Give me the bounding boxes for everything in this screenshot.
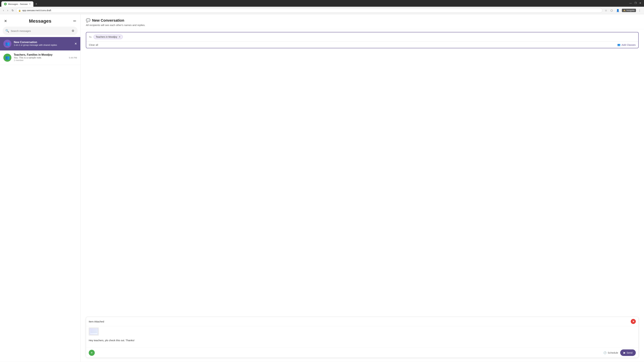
compose-footer: + 🕐 Schedule ▶ Send <box>86 348 638 358</box>
incognito-icon: 🕵 <box>623 9 626 11</box>
recipient-name: Teachers in Moodjoy <box>96 35 117 38</box>
teachers-info: Teachers, Families in Moodjoy You: This … <box>14 53 77 62</box>
tab-favicon: S <box>4 3 7 5</box>
thumbnail-image <box>90 328 98 335</box>
browser-toolbar: ‹ › ↻ 🔒 ☆ ⬡ 👤 🕵 Incognito ⋮ <box>0 7 644 14</box>
back-button[interactable]: ‹ <box>2 8 5 12</box>
incognito-label: Incognito <box>626 9 634 11</box>
teachers-avatar: 👥 <box>3 54 12 62</box>
attach-button[interactable]: + <box>89 350 95 356</box>
url-input[interactable] <box>22 9 600 12</box>
sidebar-close-button[interactable]: ✕ <box>3 18 8 24</box>
reload-button[interactable]: ↻ <box>10 8 15 13</box>
main-header-subtitle: All recipients will see each other's nam… <box>86 24 639 26</box>
send-label: Send <box>626 351 632 354</box>
recipients-box: To Teachers in Moodjoy ✕ Clear all 👥 Add… <box>86 32 639 48</box>
send-button[interactable]: ▶ Send <box>620 350 636 356</box>
chip-remove-button[interactable]: ✕ <box>118 35 121 38</box>
app-container: ✕ Messages ✏ 🔍 ⚙ 👥 New Conversation 1-on… <box>0 14 644 362</box>
incognito-badge: 🕵 Incognito <box>622 9 636 12</box>
active-tab[interactable]: S Messages - Seesaw ✕ <box>1 1 33 7</box>
browser-chrome: S Messages - Seesaw ✕ + — ❐ ✕ ‹ › ↻ 🔒 ☆ … <box>0 0 644 14</box>
maximize-button[interactable]: ❐ <box>634 1 637 5</box>
teachers-time: 5:44 PM <box>69 56 77 59</box>
page-title: New Conversation <box>92 18 124 23</box>
lock-icon: 🔒 <box>18 9 21 12</box>
item-attached-label: Item Attached <box>89 320 104 323</box>
new-conv-close-button[interactable]: ✕ <box>74 42 77 45</box>
footer-right: 🕐 Schedule ▶ Send <box>604 350 636 356</box>
menu-button[interactable]: ⋮ <box>637 8 642 13</box>
item-remove-button[interactable]: ✕ <box>631 319 636 324</box>
toolbar-right: ☆ ⬡ 👤 🕵 Incognito ⋮ <box>604 8 642 13</box>
new-conv-subtitle: 1-on-1 or group message with shared repl… <box>14 44 72 46</box>
sidebar-title: Messages <box>10 18 70 24</box>
chat-bubble-icon: 💬 <box>86 18 90 23</box>
recipient-chip: Teachers in Moodjoy ✕ <box>94 35 123 39</box>
send-icon: ▶ <box>624 351 626 354</box>
search-bar[interactable]: 🔍 ⚙ <box>3 27 78 35</box>
window-controls: — ❐ ✕ <box>629 0 644 5</box>
teachers-name: Teachers, Families in Moodjoy <box>14 53 77 56</box>
tab-bar: S Messages - Seesaw ✕ + <box>0 0 629 7</box>
clear-all-button[interactable]: Clear all <box>89 43 98 46</box>
compose-area: Item Attached ✕ Hey teachers, pls check … <box>80 314 644 362</box>
filter-button[interactable]: ⚙ <box>71 28 75 33</box>
teachers-meta: You: This is a sample note. 5:44 PM <box>14 56 77 59</box>
new-conv-avatar: 👥 <box>3 40 12 48</box>
new-conv-info: New Conversation 1-on-1 or group message… <box>14 41 72 47</box>
new-tab-button[interactable]: + <box>34 2 38 6</box>
new-conv-avatar-icon: 👥 <box>5 41 10 46</box>
to-label: To <box>89 35 92 38</box>
main-header: 💬 New Conversation All recipients will s… <box>80 14 644 29</box>
message-input[interactable]: Hey teachers, pls check this out. Thanks… <box>86 337 638 347</box>
schedule-icon: 🕐 <box>604 351 606 354</box>
add-classes-button[interactable]: 👥 Add Classes <box>617 43 636 46</box>
sidebar-header: ✕ Messages ✏ <box>0 14 80 27</box>
tab-title: Messages - Seesaw <box>8 3 28 5</box>
item-attached-header: Item Attached ✕ <box>86 317 638 326</box>
minimize-button[interactable]: — <box>629 1 632 5</box>
teachers-preview: You: This is a sample note. <box>14 56 68 59</box>
profile-icon[interactable]: 👤 <box>615 8 620 13</box>
teachers-member-count: 1 member <box>14 59 77 61</box>
add-classes-label: Add Classes <box>622 43 636 46</box>
main-header-title: 💬 New Conversation <box>86 18 639 23</box>
add-classes-icon: 👥 <box>617 43 620 46</box>
compose-button[interactable]: ✏ <box>72 18 77 24</box>
item-preview <box>86 326 638 337</box>
new-conversation-item[interactable]: 👥 New Conversation 1-on-1 or group messa… <box>0 37 80 51</box>
teachers-families-item[interactable]: 👥 Teachers, Families in Moodjoy You: Thi… <box>0 51 80 65</box>
sidebar: ✕ Messages ✏ 🔍 ⚙ 👥 New Conversation 1-on… <box>0 14 80 362</box>
item-thumbnail <box>89 328 99 336</box>
compose-box: Item Attached ✕ Hey teachers, pls check … <box>86 317 639 358</box>
recipients-to-row: To Teachers in Moodjoy ✕ <box>86 32 638 41</box>
recipients-actions: Clear all 👥 Add Classes <box>86 41 638 48</box>
teachers-avatar-icon: 👥 <box>5 55 10 60</box>
address-bar[interactable]: 🔒 <box>16 8 602 13</box>
forward-button[interactable]: › <box>6 8 9 12</box>
search-input[interactable] <box>11 29 69 32</box>
thumb-line-1 <box>90 330 97 330</box>
schedule-label: Schedule <box>608 351 618 354</box>
bookmark-icon[interactable]: ☆ <box>604 8 608 13</box>
new-conv-name: New Conversation <box>14 41 72 44</box>
schedule-button[interactable]: 🕐 Schedule <box>604 351 618 354</box>
search-icon: 🔍 <box>5 29 9 33</box>
close-button[interactable]: ✕ <box>639 1 642 5</box>
main-content: 💬 New Conversation All recipients will s… <box>80 14 644 362</box>
tab-close-button[interactable]: ✕ <box>29 3 31 5</box>
thumb-line-3 <box>90 333 97 333</box>
extensions-icon[interactable]: ⬡ <box>610 8 614 13</box>
